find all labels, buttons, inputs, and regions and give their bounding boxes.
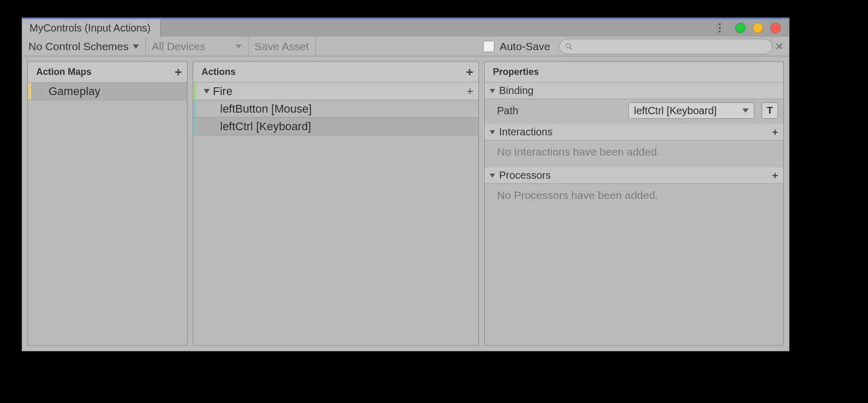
binding-row[interactable]: leftButton [Mouse] xyxy=(193,100,478,118)
path-value: leftCtrl [Keyboard] xyxy=(634,105,717,117)
search-icon xyxy=(565,42,573,51)
auto-save-checkbox[interactable] xyxy=(483,41,494,52)
action-map-label: Gameplay xyxy=(31,85,100,98)
action-row[interactable]: Fire + xyxy=(193,83,478,100)
properties-panel: Properties Binding Path leftCtrl [Keyboa… xyxy=(484,61,784,346)
search-clear-button[interactable]: ✕ xyxy=(772,40,786,53)
chevron-down-icon xyxy=(236,44,242,49)
add-action-button[interactable]: + xyxy=(466,66,473,79)
search-wrap: ✕ xyxy=(557,37,789,56)
binding-name: leftCtrl [Keyboard] xyxy=(196,120,311,133)
auto-save-toggle[interactable]: Auto-Save xyxy=(476,37,557,56)
listen-button-label: T xyxy=(767,105,773,116)
action-maps-panel: Action Maps + Gameplay xyxy=(27,61,188,346)
toolbar-spacer xyxy=(316,37,476,56)
add-processor-button[interactable]: + xyxy=(772,171,778,181)
add-action-map-button[interactable]: + xyxy=(175,66,182,79)
binding-name: leftButton [Mouse] xyxy=(196,102,312,116)
foldout-triangle-icon xyxy=(490,174,495,178)
chevron-down-icon xyxy=(133,44,139,49)
expand-triangle-icon[interactable] xyxy=(204,89,210,94)
auto-save-label: Auto-Save xyxy=(500,40,550,53)
traffic-light-red[interactable] xyxy=(770,23,781,33)
properties-title: Properties xyxy=(493,67,539,78)
add-binding-button[interactable]: + xyxy=(467,85,473,98)
svg-point-0 xyxy=(566,43,570,48)
traffic-light-green[interactable] xyxy=(735,23,746,33)
action-color-bar xyxy=(193,83,196,100)
binding-section-header[interactable]: Binding xyxy=(485,83,783,99)
window-tab-title: MyControls (Input Actions) xyxy=(29,22,151,34)
binding-row-selected[interactable]: leftCtrl [Keyboard] xyxy=(193,118,478,135)
save-asset-label: Save Asset xyxy=(255,40,309,53)
interactions-empty-message: No Interactions have been added. xyxy=(485,141,783,167)
binding-section-title: Binding xyxy=(499,85,534,97)
devices-dropdown[interactable]: All Devices xyxy=(146,37,249,56)
path-dropdown[interactable]: leftCtrl [Keyboard] xyxy=(628,102,754,119)
traffic-light-yellow[interactable] xyxy=(753,23,763,33)
window-controls xyxy=(719,23,781,33)
foldout-triangle-icon xyxy=(490,130,495,134)
svg-line-1 xyxy=(570,48,572,50)
actions-title: Actions xyxy=(202,67,236,78)
properties-header: Properties xyxy=(485,62,783,83)
kebab-menu-icon[interactable] xyxy=(719,23,721,33)
interactions-section-header[interactable]: Interactions + xyxy=(485,124,783,141)
processors-section-header[interactable]: Processors + xyxy=(485,167,783,184)
path-label: Path xyxy=(497,105,621,117)
tab-bar: MyControls (Input Actions) xyxy=(22,18,789,37)
window-tab[interactable]: MyControls (Input Actions) xyxy=(22,19,161,37)
chevron-down-icon xyxy=(742,109,749,113)
action-maps-body: Gameplay xyxy=(28,83,187,345)
add-interaction-button[interactable]: + xyxy=(772,127,778,137)
path-property-row: Path leftCtrl [Keyboard] T xyxy=(485,99,783,124)
action-maps-header: Action Maps + xyxy=(28,62,187,83)
foldout-triangle-icon xyxy=(490,89,495,93)
processors-empty-message: No Processors have been added. xyxy=(485,184,783,211)
control-schemes-label: No Control Schemes xyxy=(28,40,129,53)
search-input[interactable] xyxy=(559,39,772,54)
toolbar: No Control Schemes All Devices Save Asse… xyxy=(22,37,789,56)
actions-body: Fire + leftButton [Mouse] leftCtrl [Keyb… xyxy=(193,83,478,345)
action-maps-title: Action Maps xyxy=(36,67,91,78)
main-area: Action Maps + Gameplay Actions + Fire xyxy=(22,56,789,351)
processors-section-title: Processors xyxy=(499,169,551,181)
listen-button[interactable]: T xyxy=(762,102,778,119)
properties-body: Binding Path leftCtrl [Keyboard] T xyxy=(485,83,783,345)
control-schemes-dropdown[interactable]: No Control Schemes xyxy=(22,37,146,56)
interactions-section-title: Interactions xyxy=(499,126,552,138)
devices-label: All Devices xyxy=(152,40,206,53)
action-name: Fire xyxy=(213,85,233,98)
input-actions-window: MyControls (Input Actions) No Control Sc… xyxy=(22,18,789,351)
save-asset-button[interactable]: Save Asset xyxy=(249,37,316,56)
action-map-row[interactable]: Gameplay xyxy=(28,83,187,100)
actions-panel: Actions + Fire + leftButton [Mouse] left… xyxy=(193,61,479,346)
actions-header: Actions + xyxy=(193,62,478,83)
